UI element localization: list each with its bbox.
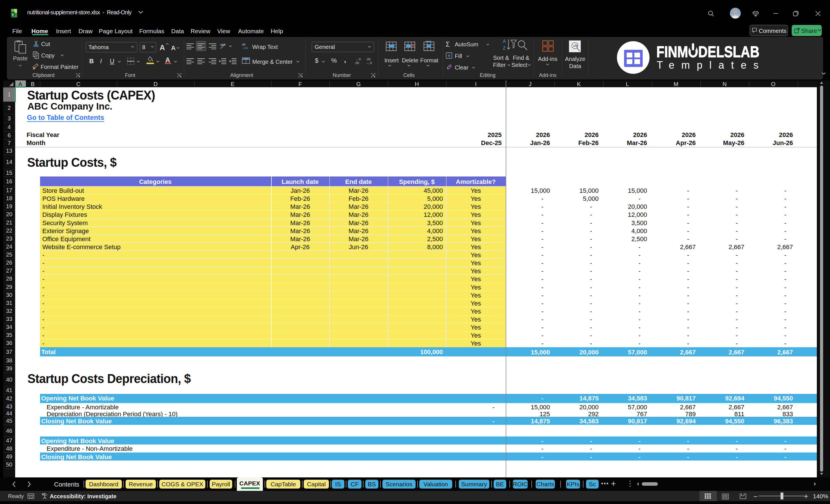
svg-text:A: A <box>503 39 506 44</box>
svg-text:x: x <box>12 12 14 17</box>
svg-text:ab: ab <box>220 43 224 46</box>
svg-text:←0: ←0 <box>356 58 361 61</box>
svg-text:.00: .00 <box>355 61 359 65</box>
svg-text:ab: ab <box>242 43 246 46</box>
svg-text:→.0: →.0 <box>366 61 372 65</box>
svg-text:Z: Z <box>503 46 506 51</box>
svg-text:.00: .00 <box>366 58 371 61</box>
